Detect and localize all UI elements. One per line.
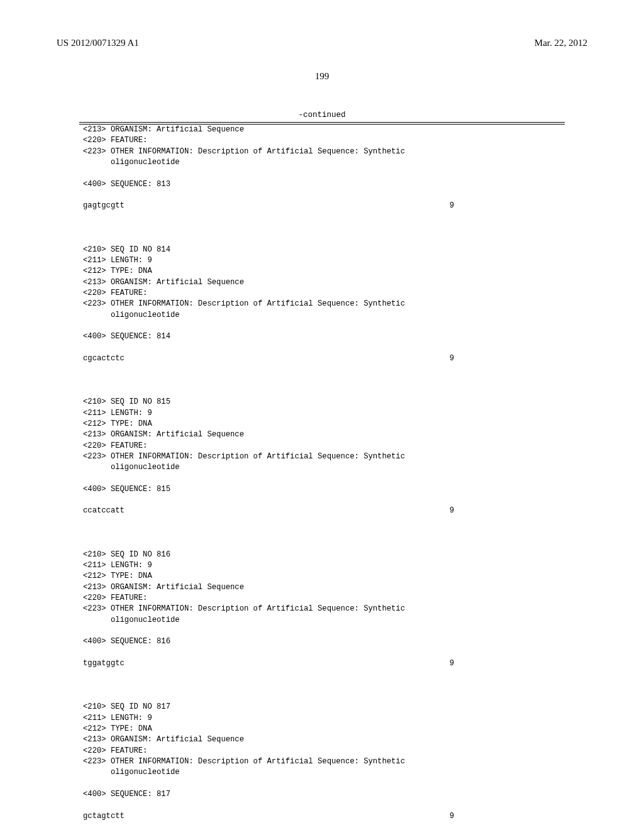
page-header: US 2012/0071329 A1 Mar. 22, 2012 xyxy=(57,38,587,48)
seq-length: 9 xyxy=(450,506,561,516)
seq-meta-line: <220> FEATURE: xyxy=(83,289,147,297)
seq-meta-line: <223> OTHER INFORMATION: Description of … xyxy=(83,147,405,156)
seq-length: 9 xyxy=(450,658,561,669)
publication-number: US 2012/0071329 A1 xyxy=(57,38,139,48)
seq-meta-line: <213> ORGANISM: Artificial Sequence xyxy=(83,125,244,134)
seq-block-814: <210> SEQ ID NO 814 <211> LENGTH: 9 <212… xyxy=(83,245,561,365)
section-divider-top xyxy=(79,122,565,123)
seq-block-817: <210> SEQ ID NO 817 <211> LENGTH: 9 <212… xyxy=(83,702,561,822)
seq-meta-line: <210> SEQ ID NO 817 xyxy=(83,702,170,711)
seq-meta-line: <211> LENGTH: 9 xyxy=(83,256,152,265)
seq-meta-line: <212> TYPE: DNA xyxy=(83,572,152,580)
seq-meta-line: oligonucleotide xyxy=(83,463,180,472)
seq-sequence: gagtgcgtt xyxy=(83,201,125,211)
seq-data-row: tggatggtc9 xyxy=(83,658,561,669)
seq-meta-line: <223> OTHER INFORMATION: Description of … xyxy=(83,757,405,766)
seq-meta-line: <213> ORGANISM: Artificial Sequence xyxy=(83,278,244,287)
patent-page: US 2012/0071329 A1 Mar. 22, 2012 199 -co… xyxy=(0,0,644,830)
seq-length: 9 xyxy=(450,201,561,211)
seq-meta-line: <223> OTHER INFORMATION: Description of … xyxy=(83,604,405,613)
seq-data-row: ccatccatt9 xyxy=(83,506,561,516)
seq-length: 9 xyxy=(450,353,561,364)
sequence-listing: <213> ORGANISM: Artificial Sequence <220… xyxy=(79,124,565,830)
seq-meta-line: <220> FEATURE: xyxy=(83,746,147,755)
seq-meta-line: <223> OTHER INFORMATION: Description of … xyxy=(83,452,405,461)
continued-label: -continued xyxy=(57,111,587,119)
seq-data-row: cgcactctc9 xyxy=(83,353,561,364)
seq-sequence: ccatccatt xyxy=(83,506,125,516)
seq-meta-line: <213> ORGANISM: Artificial Sequence xyxy=(83,735,244,744)
seq-meta-line: oligonucleotide xyxy=(83,158,180,167)
seq-meta-line: oligonucleotide xyxy=(83,768,180,777)
seq-meta-line: <213> ORGANISM: Artificial Sequence xyxy=(83,583,244,592)
seq-meta-line: <210> SEQ ID NO 815 xyxy=(83,397,170,406)
seq-block-813: <213> ORGANISM: Artificial Sequence <220… xyxy=(83,125,561,212)
seq-header-line: <400> SEQUENCE: 817 xyxy=(83,790,170,799)
seq-block-816: <210> SEQ ID NO 816 <211> LENGTH: 9 <212… xyxy=(83,550,561,670)
seq-meta-line: <212> TYPE: DNA xyxy=(83,724,152,733)
seq-sequence: tggatggtc xyxy=(83,658,125,669)
seq-length: 9 xyxy=(450,811,561,822)
seq-meta-line: <212> TYPE: DNA xyxy=(83,419,152,428)
seq-meta-line: <212> TYPE: DNA xyxy=(83,267,152,275)
seq-meta-line: oligonucleotide xyxy=(83,311,180,319)
seq-sequence: cgcactctc xyxy=(83,353,125,364)
seq-meta-line: <220> FEATURE: xyxy=(83,441,147,450)
seq-meta-line: oligonucleotide xyxy=(83,616,180,624)
seq-sequence: gctagtctt xyxy=(83,811,125,822)
page-number: 199 xyxy=(57,71,587,82)
seq-meta-line: <213> ORGANISM: Artificial Sequence xyxy=(83,430,244,439)
seq-meta-line: <211> LENGTH: 9 xyxy=(83,409,152,418)
seq-meta-line: <223> OTHER INFORMATION: Description of … xyxy=(83,299,405,308)
seq-meta-line: <211> LENGTH: 9 xyxy=(83,714,152,722)
seq-meta-line: <220> FEATURE: xyxy=(83,594,147,602)
seq-header-line: <400> SEQUENCE: 814 xyxy=(83,332,170,341)
seq-data-row: gctagtctt9 xyxy=(83,811,561,822)
seq-header-line: <400> SEQUENCE: 816 xyxy=(83,637,170,646)
seq-header-line: <400> SEQUENCE: 813 xyxy=(83,180,170,189)
seq-meta-line: <210> SEQ ID NO 814 xyxy=(83,245,170,254)
seq-block-815: <210> SEQ ID NO 815 <211> LENGTH: 9 <212… xyxy=(83,397,561,517)
publication-date: Mar. 22, 2012 xyxy=(535,38,587,48)
seq-meta-line: <220> FEATURE: xyxy=(83,136,147,145)
seq-header-line: <400> SEQUENCE: 815 xyxy=(83,485,170,494)
seq-meta-line: <210> SEQ ID NO 816 xyxy=(83,550,170,559)
seq-meta-line: <211> LENGTH: 9 xyxy=(83,561,152,570)
seq-data-row: gagtgcgtt9 xyxy=(83,201,561,211)
